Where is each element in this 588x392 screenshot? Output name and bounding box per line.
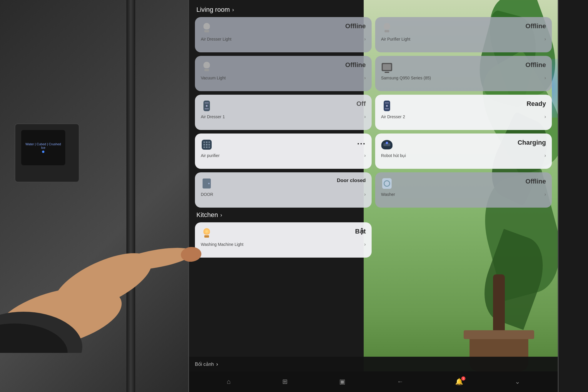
washer-status: Offline <box>525 178 546 185</box>
nav-square-icon[interactable]: ▣ <box>339 378 345 386</box>
samsung-q950-status: Offline <box>525 61 546 69</box>
blue-glow <box>552 59 559 118</box>
washer-chevron: › <box>544 192 546 197</box>
air-dresser-2-name: Air Dresser 2 <box>381 114 405 119</box>
screen-panel: Living room › Offline Air Dresser Light <box>188 0 559 392</box>
living-room-header[interactable]: Living room › <box>195 6 552 14</box>
robot-name: Robot hút bụi <box>381 153 406 158</box>
washing-machine-light-status: Bật <box>355 228 366 235</box>
air-dresser-1-chevron: › <box>364 114 366 119</box>
device-grid-row5: Door closed DOOR › Offline W <box>195 172 552 208</box>
vacuum-light-chevron: › <box>364 75 366 81</box>
vacuum-light-name: Vacuum Light <box>201 76 226 80</box>
air-purifier-light-status: Offline <box>525 22 546 30</box>
notification-badge: 1 <box>461 376 465 381</box>
samsung-q950-card[interactable]: Offline Samsung Q950 Series (85) › <box>375 56 552 91</box>
air-dresser-light-card[interactable]: Offline Air Dresser Light › <box>195 17 372 52</box>
air-dresser-light-name: Air Dresser Light <box>201 37 231 41</box>
air-purifier-status: ··· <box>357 139 366 149</box>
air-purifier-light-card[interactable]: Offline Air Purifier Light › <box>375 17 552 52</box>
robot-status: Charging <box>517 139 546 146</box>
kitchen-header[interactable]: Kitchen › <box>195 211 552 219</box>
screen-content: Living room › Offline Air Dresser Light <box>189 0 558 392</box>
bottom-section-chevron: › <box>216 361 218 367</box>
bulb-icon-3 <box>201 61 213 73</box>
robot-chevron: › <box>544 153 546 158</box>
air-dresser-1-status: Off <box>356 100 366 108</box>
nav-expand-icon[interactable]: ⌄ <box>515 378 520 386</box>
air-dresser-1-name: Air Dresser 1 <box>201 114 225 119</box>
robot-hut-bui-card[interactable]: Charging Robot hút bụi › <box>375 134 552 169</box>
samsung-q950-name: Samsung Q950 Series (85) <box>381 76 431 80</box>
air-dresser-icon-1 <box>201 100 213 112</box>
washer-name: Washer <box>381 192 395 197</box>
air-dresser-2-status: Ready <box>527 100 546 108</box>
nav-back-icon[interactable]: ← <box>397 378 404 386</box>
air-dresser-1-card[interactable]: Off Air Dresser 1 › <box>195 95 372 130</box>
hand-overlay <box>0 147 235 353</box>
robot-icon <box>381 139 393 151</box>
air-purifier-chevron: › <box>364 153 366 158</box>
vacuum-light-status: Offline <box>345 61 366 69</box>
air-dresser-light-chevron: › <box>364 36 366 42</box>
living-room-title: Living room <box>196 6 230 14</box>
door-status: Door closed <box>337 178 366 184</box>
device-grid-row3: Off Air Dresser 1 › Ready <box>195 95 552 130</box>
washer-icon <box>381 178 393 189</box>
device-grid-row4: ··· Air purifier › Charging <box>195 134 552 169</box>
nav-home-icon[interactable]: ⌂ <box>227 378 230 386</box>
air-purifier-light-name: Air Purifier Light <box>381 37 410 41</box>
door-chevron: › <box>364 192 366 197</box>
nav-grid-icon[interactable]: ⊞ <box>282 378 288 386</box>
bottom-nav: ⌂ ⊞ ▣ ← 🔔 1 ⌄ <box>189 371 558 392</box>
washer-card[interactable]: Offline Washer › <box>375 172 552 208</box>
air-dresser-2-chevron: › <box>544 114 546 119</box>
device-grid-row2: Offline Vacuum Light › Offline <box>195 56 552 91</box>
nav-notification-icon[interactable]: 🔔 1 <box>455 378 463 386</box>
washing-machine-light-chevron: › <box>364 242 366 247</box>
air-dresser-light-status: Offline <box>345 22 366 30</box>
air-purifier-light-chevron: › <box>544 36 546 42</box>
kitchen-grid-row1: Bật Washing Machine Light › <box>195 222 552 258</box>
vacuum-light-card[interactable]: Offline Vacuum Light › <box>195 56 372 91</box>
device-grid-row1: Offline Air Dresser Light › Offline <box>195 17 552 52</box>
bottom-section-bar[interactable]: Bối cảnh › <box>189 357 558 371</box>
air-dresser-2-card[interactable]: Ready Air Dresser 2 › <box>375 95 552 130</box>
bulb-icon-2 <box>381 22 393 34</box>
bulb-icon <box>201 22 213 34</box>
air-dresser-icon-2 <box>381 100 393 112</box>
bottom-section-title: Bối cảnh <box>195 361 214 367</box>
samsung-q950-chevron: › <box>544 75 546 81</box>
living-room-chevron: › <box>232 7 234 13</box>
tv-icon <box>381 61 393 73</box>
